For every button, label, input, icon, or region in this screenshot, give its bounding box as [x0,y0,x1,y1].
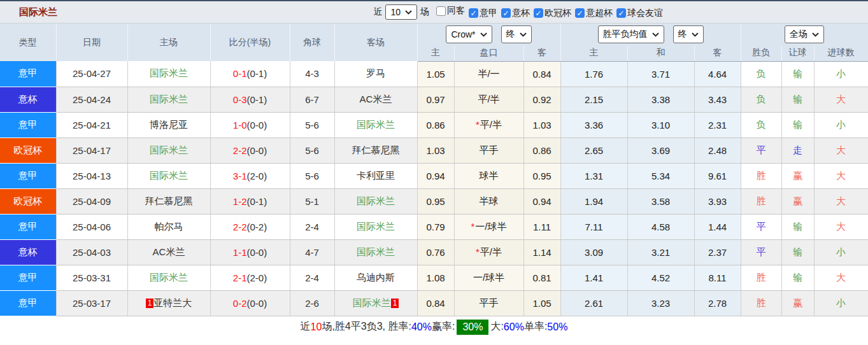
checked-checkbox[interactable]: ✓ [534,8,543,18]
result-outcome: 负 [741,112,781,137]
checked-checkbox[interactable]: ✓ [575,8,585,18]
filter-label: 意超杯 [586,8,613,19]
match-date: 25-04-13 [56,163,127,188]
star-mark: * [471,221,474,232]
match-date: 25-03-31 [56,265,127,290]
result-outcome: 负 [741,87,781,112]
away-team-cell: 国际米兰1 [334,290,417,316]
result-goals: 大 [814,214,868,239]
corners-cell: 5-1 [290,188,334,214]
match-date: 25-04-17 [56,137,127,163]
score-cell: 3-1(2-0) [210,163,290,188]
euro-away-odds: 3.93 [694,188,741,214]
ah-away-odds: 0.94 [523,188,560,214]
table-row: 意甲25-04-06帕尔马2-2(0-2)2-4国际米兰0.79*一/球半1.1… [0,214,868,239]
away-team-cell: 国际米兰 [334,239,417,265]
result-goals: 小 [814,112,868,137]
summary-text: 场,胜4平3负3, 胜率: [322,320,411,334]
table-row: 欧冠杯25-04-09拜仁慕尼黑1-2(0-1)5-1国际米兰0.95半球0.9… [0,188,868,214]
league-badge: 意甲 [0,214,56,239]
euro-draw-odds: 4.58 [627,214,694,239]
result-goals: 小 [814,61,868,87]
ah-away-odds: 1.05 [523,290,560,316]
euro-draw-odds: 3.21 [627,239,694,265]
euro-home-odds: 2.61 [560,290,627,316]
col-header-score: 比分(半场) [210,24,290,61]
result-handicap: 输 [781,214,814,239]
league-badge: 意甲 [0,112,56,137]
scope-value: 全场 [790,29,808,40]
league-badge: 意杯 [0,87,56,112]
result-outcome: 胜 [741,163,781,188]
chevron-down-icon [692,32,699,37]
team-name: 国际米兰 [357,246,395,257]
result-handicap: 输 [781,239,814,265]
chevron-down-icon [812,32,819,37]
euro-home-odds: 3.09 [560,239,627,265]
checked-checkbox[interactable]: ✓ [469,8,478,18]
half-score: (0-1) [247,94,267,105]
result-goals: 小 [814,290,868,316]
checked-checkbox[interactable]: ✓ [616,8,626,18]
euro-draw-odds: 3.69 [627,137,694,163]
ah-line: *平/半 [454,112,523,137]
corners-cell: 2-6 [290,290,334,316]
half-score: (0-0) [247,120,267,130]
win-rate-badge: 30% [457,320,488,335]
ah-home-odds: 1.05 [417,61,454,87]
scope-select[interactable]: 全场 [785,25,824,43]
filter-item: ✓球会友谊 [616,8,663,19]
away-team-cell: AC米兰 [334,87,417,112]
team-name: 国际米兰 [357,221,395,232]
corners-cell: 2-4 [290,214,334,239]
result-outcome: 平 [741,137,781,163]
subheader-ah-line: 盘口 [454,45,523,61]
table-row: 意杯25-04-03AC米兰1-1(0-0)4-7国际米兰0.76*平/半1.1… [0,239,868,265]
table-row: 欧冠杯25-04-17国际米兰2-2(0-0)5-6拜仁慕尼黑1.03平手0.8… [0,137,868,163]
subheader-euro-draw: 和 [627,45,694,61]
unchecked-checkbox[interactable] [436,6,446,16]
match-count-select[interactable]: 10 [385,4,417,20]
chevron-down-icon [480,32,487,37]
bookmaker-select[interactable]: Crow* [446,25,492,43]
ah-home-odds: 1.03 [417,137,454,163]
corners-cell: 2-4 [290,265,334,290]
match-date: 25-04-24 [56,87,127,112]
score-cell: 2-1(2-0) [210,265,290,290]
summary-text: 近 [301,320,311,334]
filter-item: 同客 [436,5,465,17]
team-name: 国际米兰 [150,170,188,181]
ah-period-select[interactable]: 终 [501,25,532,43]
score-cell: 2-2(0-2) [210,214,290,239]
ah-home-odds: 0.94 [417,163,454,188]
match-count-value: 10 [390,7,401,17]
ah-away-odds: 0.84 [523,61,560,87]
half-score: (0-0) [247,247,267,258]
euro-away-odds: 2.37 [694,239,741,265]
result-handicap: 输 [781,112,814,137]
corners-cell: 5-6 [290,137,334,163]
euro-away-odds: 1.44 [694,214,741,239]
euro-metric-select[interactable]: 胜平负均值 [598,25,664,43]
result-outcome: 平 [741,239,781,265]
full-score: 3-1 [233,171,247,181]
subheader-handicap-result: 让球 [781,45,814,61]
chevron-down-icon [405,10,412,15]
away-team-cell: 国际米兰 [334,112,417,137]
note-badge: 1 [146,299,154,309]
ah-odds-group-header: Crow* 终 [417,24,560,45]
league-badge: 意甲 [0,290,56,316]
score-cell: 0-3(0-1) [210,87,290,112]
team-name: 拜仁慕尼黑 [145,195,193,206]
score-cell: 1-0(0-0) [210,112,290,137]
euro-period-select[interactable]: 终 [673,25,704,43]
result-handicap: 输 [781,87,814,112]
summary-bar: 近10场,胜4平3负3, 胜率:40% 赢率:30% 大:60% 单率:50% [0,316,868,338]
col-header-home: 主场 [127,24,210,61]
col-header-date: 日期 [56,24,127,61]
checked-checkbox[interactable]: ✓ [501,8,511,18]
summary-text: 单率: [524,320,547,334]
summary-text: 60% [504,321,524,333]
team-name: 国际米兰 [353,297,391,308]
home-team-cell: 国际米兰 [127,265,210,290]
